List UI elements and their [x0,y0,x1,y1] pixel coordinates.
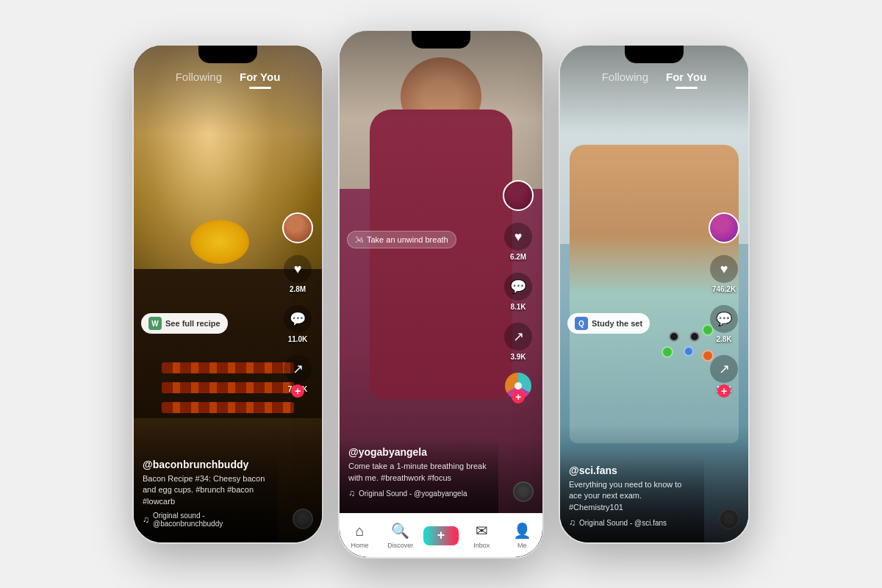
bacon-strip-2 [162,382,293,393]
username-left[interactable]: @baconbrunchbuddy [143,459,269,470]
home-icon: ⌂ [356,523,365,539]
nav-home-label: Home [351,542,369,549]
share-icon-right: ↗ [710,355,738,383]
tab-following-right[interactable]: Following [600,68,650,86]
like-count-center: 6.2M [510,253,526,261]
sound-info-center[interactable]: ♫ Original Sound - @yogabyangela [348,488,490,498]
heart-icon-center: ♥ [504,223,532,251]
tab-navigation-right: Following For You [560,68,748,86]
atom-6 [684,346,694,356]
share-button-center[interactable]: ↗ 3.9K [504,323,532,361]
nav-me[interactable]: 👤 Me [507,522,537,549]
notch-center [412,31,470,49]
avatar-container: + [282,212,313,243]
follow-plus-right[interactable]: + [717,384,731,398]
recipe-badge-text: See full recipe [165,319,220,328]
share-icon: ↗ [284,355,312,383]
phone-center-screen: 🌬 Take an unwind breath + ♥ 6.2M 💬 8.1K [340,31,542,557]
creator-avatar-center[interactable] [503,180,534,211]
phone-left: Following For You W See full recipe + ♥ … [132,44,323,544]
share-icon-center: ↗ [504,323,532,351]
comment-icon-right: 💬 [710,305,738,333]
comment-icon: 💬 [284,305,312,333]
yoga-torso [370,110,512,399]
comment-button[interactable]: 💬 11.0K [284,305,312,343]
study-icon: Q [575,317,588,330]
create-plus-button[interactable]: + [426,526,456,545]
like-count-right: 746.2K [712,285,736,293]
nav-discover-label: Discover [387,542,413,549]
phone-right-screen: Following For You Q Study the set + ♥ 74… [560,46,748,542]
breathe-text: Take an unwind breath [367,235,448,244]
phone-right: Following For You Q Study the set + ♥ 74… [559,44,750,544]
sound-text-center: Original Sound - @yogabyangela [359,490,467,498]
caption-right: Everything you need to know to ace your … [569,479,695,513]
share-count-center: 3.9K [510,353,526,361]
caption-center: Come take a 1-minute breathing break wit… [348,461,490,484]
follow-plus[interactable]: + [291,384,304,398]
comment-button-right[interactable]: 💬 2.8K [710,305,738,343]
sound-info-left[interactable]: ♫ Original sound - @baconbrunchbuddy [143,512,269,528]
egg-yolk [190,220,249,264]
phone-left-screen: Following For You W See full recipe + ♥ … [134,46,322,542]
sound-info-right[interactable]: ♫ Original Sound - @sci.fans [569,517,695,528]
username-center[interactable]: @yogabyangela [348,446,490,458]
atom-3 [662,346,673,358]
like-button-center[interactable]: ♥ 6.2M [504,223,532,261]
inbox-icon: ✉ [476,522,488,539]
caption-left: Bacon Recipe #34: Cheesy bacon and egg c… [143,473,269,507]
nav-me-label: Me [517,542,527,549]
nav-discover[interactable]: 🔍 Discover [386,522,415,549]
atom-2 [689,331,700,342]
sound-text-right: Original Sound - @sci.fans [579,519,667,527]
like-count: 2.8M [290,285,306,293]
discover-icon: 🔍 [391,522,409,539]
notch [198,46,257,63]
heart-icon-right: ♥ [710,255,738,283]
tab-following[interactable]: Following [174,68,223,86]
heart-icon: ♥ [284,255,312,283]
avatar-container-right: + [709,212,739,243]
nav-inbox[interactable]: ✉ Inbox [467,522,496,549]
study-badge-text: Study the set [592,319,642,328]
bottom-navigation: ⌂ Home 🔍 Discover + ✉ Inbox 👤 Me [340,513,542,557]
comment-count-right: 2.8K [716,335,731,343]
avatar-container-center: + [503,180,534,211]
music-note-icon-right: ♫ [569,517,576,528]
action-buttons-left: + ♥ 2.8M 💬 11.0K ↗ 76.1K [282,212,313,393]
comment-icon-center: 💬 [504,273,532,301]
notch-right [625,46,684,63]
creator-avatar-right[interactable] [709,212,739,243]
me-icon: 👤 [513,522,531,539]
creator-avatar[interactable] [282,212,313,243]
music-note-icon: ♫ [143,514,149,525]
recipe-badge[interactable]: W See full recipe [141,313,228,334]
sound-text-left: Original sound - @baconbrunchbuddy [153,512,269,528]
tab-for-you-right[interactable]: For You [664,68,708,86]
follow-plus-center[interactable]: + [512,390,525,404]
wheel-center-dot [514,382,522,390]
phone-center: 🌬 Take an unwind breath + ♥ 6.2M 💬 8.1K [338,29,544,559]
comment-button-center[interactable]: 💬 8.1K [504,273,532,311]
tab-navigation: Following For You [134,68,322,86]
atom-1 [669,331,679,342]
study-badge[interactable]: Q Study the set [567,313,650,334]
bacon-strip-1 [162,402,293,413]
comment-count: 11.0K [288,335,308,343]
nav-inbox-label: Inbox [473,542,490,549]
nav-create[interactable]: + [426,526,456,545]
video-info-right: @sci.fans Everything you need to know to… [560,456,704,542]
tab-for-you[interactable]: For You [238,68,282,86]
like-button[interactable]: ♥ 2.8M [284,255,312,293]
video-info-center: @yogabyangela Come take a 1-minute breat… [340,437,498,513]
nav-home[interactable]: ⌂ Home [345,523,375,549]
music-note-icon-center: ♫ [348,488,355,498]
video-info-left: @baconbrunchbuddy Bacon Recipe #34: Chee… [134,450,278,542]
recipe-icon: W [148,317,162,330]
comment-count-center: 8.1K [510,303,526,311]
action-buttons-right: + ♥ 746.2K 💬 2.8K ↗ 1.9K [709,212,739,393]
like-button-right[interactable]: ♥ 746.2K [710,255,738,293]
breathe-badge[interactable]: 🌬 Take an unwind breath [347,231,456,248]
username-right[interactable]: @sci.fans [569,465,695,476]
bacon-strip-3 [162,362,293,373]
